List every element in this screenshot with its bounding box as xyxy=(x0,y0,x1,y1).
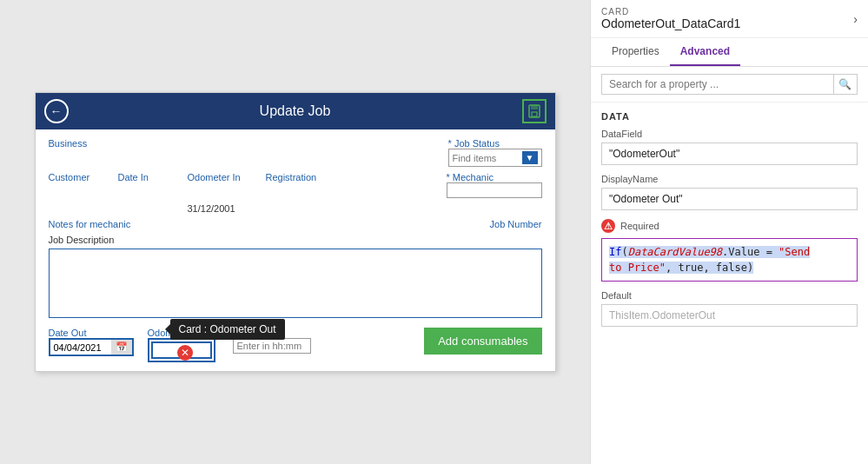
date-out-input[interactable] xyxy=(50,341,111,355)
dropdown-arrow[interactable]: ▼ xyxy=(522,151,538,164)
form-container: ← Update Job Business Job Status xyxy=(35,92,556,372)
required-header: ⚠ Required xyxy=(601,219,858,233)
display-name-label: DisplayName xyxy=(601,174,858,184)
back-button[interactable]: ← xyxy=(44,99,69,123)
date-out-label: Date Out xyxy=(49,328,134,338)
default-value[interactable]: ThisItem.OdometerOut xyxy=(601,304,858,327)
data-field-label: DataField xyxy=(601,129,858,139)
tabs: Properties Advanced xyxy=(591,38,868,67)
data-section-header: DATA xyxy=(601,111,858,122)
remove-button[interactable]: ✕ xyxy=(177,345,193,361)
calendar-icon[interactable]: 📅 xyxy=(111,340,132,355)
job-description-section: Job Description xyxy=(49,235,542,321)
notes-label[interactable]: Notes for mechanic xyxy=(49,219,131,229)
row-date-value: 31/12/2001 xyxy=(49,203,542,214)
add-consumables-button[interactable]: Add consumables xyxy=(424,328,541,355)
job-number-label[interactable]: Job Number xyxy=(490,219,542,229)
display-name-value[interactable]: "Odometer Out" xyxy=(601,188,858,210)
tab-advanced[interactable]: Advanced xyxy=(670,38,740,66)
save-button[interactable] xyxy=(522,99,547,123)
odometer-in-label[interactable]: Odometer In xyxy=(188,172,266,182)
row-notes: Notes for mechanic Job Number xyxy=(49,219,542,229)
right-content: DATA DataField "OdometerOut" DisplayName… xyxy=(591,103,868,464)
default-label: Default xyxy=(601,290,858,301)
mechanic-input[interactable] xyxy=(447,182,542,198)
duration-input[interactable] xyxy=(233,338,311,354)
registration-label[interactable]: Registration xyxy=(266,172,344,182)
required-section: ⚠ Required If(DataCardValue98.Value = "S… xyxy=(601,219,858,282)
form-header: ← Update Job xyxy=(36,93,555,129)
tab-properties[interactable]: Properties xyxy=(601,38,670,66)
search-input[interactable] xyxy=(601,74,834,95)
card-info: CARD OdometerOut_DataCard1 xyxy=(601,7,740,30)
job-status-label: Job Status xyxy=(448,138,542,149)
display-name-section: DisplayName "Odometer Out" xyxy=(601,174,858,210)
mechanic-label: Mechanic xyxy=(447,172,542,182)
date-in-label[interactable]: Date In xyxy=(118,172,188,182)
job-status-input[interactable] xyxy=(453,153,522,163)
job-status-dropdown[interactable]: ▼ xyxy=(448,149,542,167)
svg-rect-1 xyxy=(531,105,538,109)
card-label: CARD xyxy=(601,7,740,17)
customer-label[interactable]: Customer xyxy=(49,172,118,182)
date-in-display: 31/12/2001 xyxy=(188,203,235,214)
tooltip: Card : Odometer Out xyxy=(170,319,285,340)
error-icon: ⚠ xyxy=(601,219,615,233)
search-bar: 🔍 xyxy=(591,67,868,103)
row-customer: Customer Date In Odometer In Registratio… xyxy=(49,172,542,198)
search-icon[interactable]: 🔍 xyxy=(833,74,858,95)
form-title: Update Job xyxy=(260,103,331,118)
date-out-field: Date Out 📅 xyxy=(49,328,134,356)
form-body: Business Job Status ▼ Customer Date In O… xyxy=(36,129,555,371)
chevron-right-icon[interactable]: › xyxy=(853,12,858,26)
bottom-row: Card : Odometer Out ✕ Date Out 📅 Odomete… xyxy=(49,328,542,362)
right-panel-header: CARD OdometerOut_DataCard1 › xyxy=(591,0,868,38)
required-code-box[interactable]: If(DataCardValue98.Value = "Sendto Price… xyxy=(601,238,858,282)
business-label[interactable]: Business xyxy=(49,138,88,149)
data-field-section: DataField "OdometerOut" xyxy=(601,129,858,165)
data-field-value[interactable]: "OdometerOut" xyxy=(601,143,858,165)
left-panel: ← Update Job Business Job Status xyxy=(0,0,590,464)
required-label: Required xyxy=(620,221,659,231)
card-title: OdometerOut_DataCard1 xyxy=(601,17,740,30)
right-panel: CARD OdometerOut_DataCard1 › Properties … xyxy=(590,0,868,464)
svg-rect-2 xyxy=(532,112,537,116)
default-section: Default ThisItem.OdometerOut xyxy=(601,290,858,327)
job-description-textarea[interactable] xyxy=(49,249,542,318)
job-description-label: Job Description xyxy=(49,235,542,245)
date-out-input-container: 📅 xyxy=(49,338,134,356)
row-business: Business Job Status ▼ xyxy=(49,138,542,167)
